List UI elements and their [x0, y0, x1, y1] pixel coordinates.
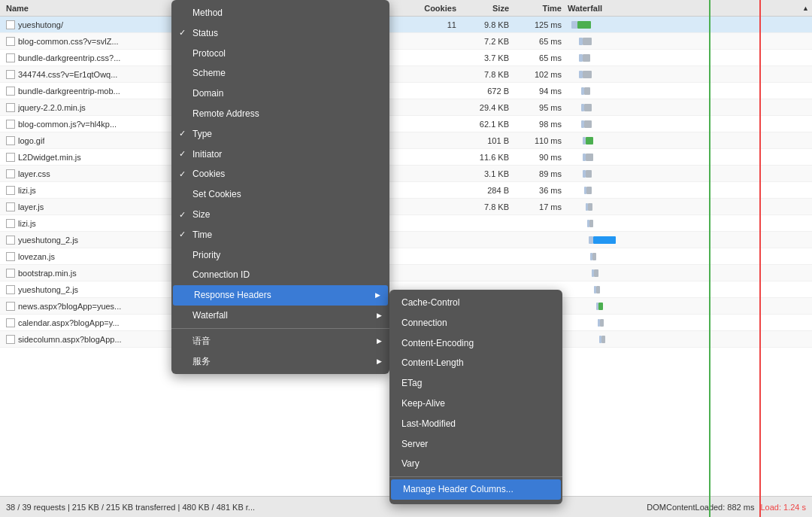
row-checkbox[interactable] [6, 103, 15, 112]
col-header-waterfall[interactable]: Waterfall ▲ [568, 4, 812, 13]
waterfall-receiving-bar [583, 38, 592, 45]
cell-waterfall [568, 315, 812, 330]
menu-item-status[interactable]: ✓Status [171, 23, 389, 44]
menu-item-method[interactable]: Method [171, 3, 389, 23]
row-checkbox[interactable] [6, 37, 15, 46]
waterfall-receiving-bar [586, 187, 592, 194]
submenu-item-etag[interactable]: ETag [389, 373, 562, 394]
menu-item-size[interactable]: ✓Size [171, 205, 389, 225]
table-row[interactable]: bootstrap.min.js [0, 265, 812, 281]
row-checkbox[interactable] [6, 219, 15, 228]
row-checkbox[interactable] [6, 53, 15, 62]
cell-waterfall [568, 33, 812, 49]
menu-item-priority[interactable]: Priority [171, 245, 389, 266]
waterfall-receiving-bar [596, 286, 600, 293]
submenu-item-keep-alive[interactable]: Keep-Alive [389, 394, 562, 414]
row-checkbox[interactable] [6, 269, 15, 278]
menu-item-response-headers[interactable]: Response Headers [173, 285, 388, 306]
cell-time: 98 ms [515, 120, 568, 129]
menu-item-cookies[interactable]: ✓Cookies [171, 164, 389, 184]
cell-time: 17 ms [515, 202, 568, 211]
row-checkbox[interactable] [6, 318, 15, 327]
submenu-item-vary[interactable]: Vary [389, 454, 562, 474]
table-row[interactable]: jquery-2.2.0.min.js 29.4 KB 95 ms [0, 99, 812, 116]
submenu-item-cache-control[interactable]: Cache-Control [389, 293, 562, 313]
menu-item-type[interactable]: ✓Type [171, 124, 389, 144]
menu-item-time[interactable]: ✓Time [171, 225, 389, 245]
row-checkbox[interactable] [6, 136, 15, 145]
menu-item-connection-id[interactable]: Connection ID [171, 265, 389, 285]
table-row[interactable]: bundle-darkgreentrip.css?... 3.7 KB 65 m… [0, 50, 812, 66]
table-row[interactable]: lizi.js 284 B 36 ms [0, 182, 812, 199]
table-row[interactable]: lovezan.js [0, 248, 812, 265]
menu-item-scheme[interactable]: Scheme [171, 63, 389, 84]
row-checkbox[interactable] [6, 70, 15, 79]
menu-item-initiator[interactable]: ✓Initiator [171, 144, 389, 165]
table-row[interactable]: yueshutong/ 11 9.8 KB 125 ms [0, 17, 812, 33]
col-header-name[interactable]: Name [0, 4, 173, 13]
row-checkbox[interactable] [6, 236, 15, 245]
checkmark-icon: ✓ [179, 229, 186, 240]
menu-item-domain[interactable]: Domain [171, 84, 389, 104]
waterfall-receiving-bar [584, 120, 592, 128]
row-checkbox[interactable] [6, 252, 15, 261]
submenu-item-content-encoding[interactable]: Content-Encoding [389, 333, 562, 354]
col-header-cookies[interactable]: Cookies [414, 4, 462, 13]
menu-item-waterfall[interactable]: Waterfall [171, 306, 389, 326]
table-row[interactable]: blog-common.css?v=svlZ... 7.2 KB 65 ms [0, 33, 812, 50]
cell-size: 672 B [462, 87, 515, 96]
cell-waterfall [568, 149, 812, 165]
cell-time: 89 ms [515, 169, 568, 178]
row-checkbox[interactable] [6, 335, 15, 344]
col-header-size[interactable]: Size [462, 4, 515, 13]
row-checkbox[interactable] [6, 20, 15, 29]
checkmark-icon: ✓ [179, 27, 186, 38]
row-checkbox[interactable] [6, 87, 15, 96]
submenu-item-content-length[interactable]: Content-Length [389, 353, 562, 373]
cell-name: jquery-2.2.0.min.js [0, 103, 173, 112]
menu-item-set-cookies[interactable]: Set Cookies [171, 184, 389, 205]
row-checkbox[interactable] [6, 285, 15, 294]
table-row[interactable]: 344744.css?v=Er1qtOwq... 7.8 KB 102 ms [0, 66, 812, 83]
waterfall-receiving-bar [584, 87, 590, 95]
menu-item-remote-address[interactable]: Remote Address [171, 104, 389, 124]
menu-item-服务[interactable]: 服务 [171, 351, 389, 372]
table-row[interactable]: L2Dwidget.min.js 11.6 KB 90 ms [0, 149, 812, 166]
cell-size: 101 B [462, 136, 515, 145]
submenu-item-server[interactable]: Server [389, 434, 562, 455]
waterfall-receiving-bar [586, 154, 593, 161]
submenu-item-last-modified[interactable]: Last-Modified [389, 414, 562, 434]
row-checkbox[interactable] [6, 153, 15, 162]
table-row[interactable]: layer.js 7.8 KB 17 ms [0, 199, 812, 215]
col-header-time[interactable]: Time [515, 4, 568, 13]
cell-time: 65 ms [515, 37, 568, 46]
table-row[interactable]: blog-common.js?v=hl4kp... 62.1 KB 98 ms [0, 116, 812, 132]
row-checkbox[interactable] [6, 120, 15, 129]
table-row[interactable]: yueshutong_2.js [0, 232, 812, 248]
row-checkbox[interactable] [6, 186, 15, 195]
row-checkbox[interactable] [6, 202, 15, 211]
table-row[interactable]: logo.gif 101 B 110 ms [0, 132, 812, 149]
cell-time: 125 ms [515, 20, 568, 29]
table-row[interactable]: lizi.js [0, 215, 812, 232]
table-header: Name Method Status Type Initiator Cookie… [0, 0, 812, 17]
table-row[interactable]: bundle-darkgreentrip-mob... 672 B 94 ms [0, 83, 812, 99]
cell-name: logo.gif [0, 136, 173, 145]
waterfall-receiving-bar [601, 336, 605, 343]
cell-name: blog-common.js?v=hl4kp... [0, 120, 173, 129]
submenu-item-connection[interactable]: Connection [389, 313, 562, 333]
cell-name: lovezan.js [0, 252, 173, 261]
context-menu-columns: Method✓StatusProtocolSchemeDomainRemote … [171, 0, 389, 374]
waterfall-receiving-bar [583, 71, 592, 78]
menu-item-protocol[interactable]: Protocol [171, 44, 389, 64]
row-checkbox[interactable] [6, 169, 15, 178]
waterfall-receiving-bar [598, 303, 603, 310]
menu-item-语音[interactable]: 语音 [171, 331, 389, 351]
cell-waterfall [568, 182, 812, 198]
cell-name: layer.css [0, 169, 173, 178]
row-checkbox[interactable] [6, 302, 15, 311]
cell-size: 3.1 KB [462, 169, 515, 178]
manage-header-columns-button[interactable]: Manage Header Columns... [391, 479, 561, 500]
menu-separator-2 [389, 476, 562, 477]
table-row[interactable]: layer.css 3.1 KB 89 ms [0, 166, 812, 182]
